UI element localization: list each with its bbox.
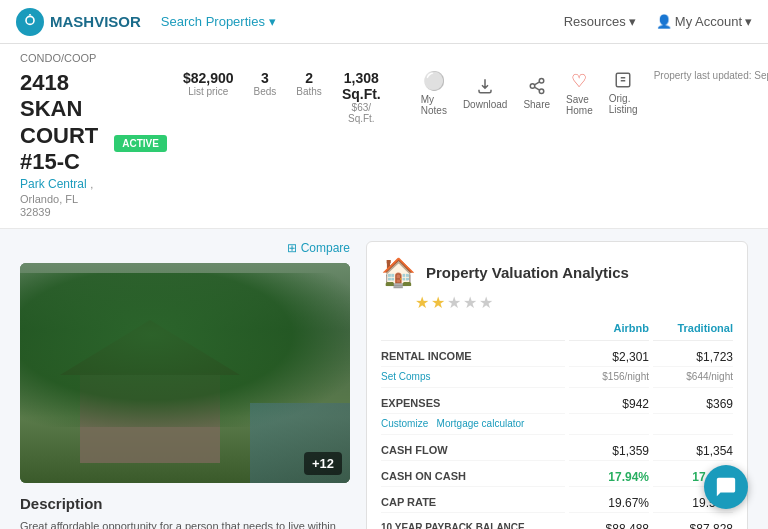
baths-stat: 2 Baths (296, 70, 322, 97)
cashflow-airbnb: $1,359 (569, 439, 649, 461)
rental-income-airbnb: $2,301 (569, 345, 649, 367)
baths-label: Baths (296, 86, 322, 97)
resources-menu[interactable]: Resources ▾ (564, 14, 636, 29)
download-icon (476, 77, 494, 97)
property-stars: ★ ★ ★ ★ ★ (415, 293, 733, 312)
notes-label: My Notes (421, 94, 447, 116)
expenses-label: EXPENSES (381, 392, 565, 414)
main-content: ⊞ Compare +12 Description Great affordab… (0, 229, 768, 529)
svg-point-3 (530, 83, 535, 88)
search-label: Search Properties (161, 14, 265, 29)
save-label: Save Home (566, 94, 593, 116)
compare-icon: ⊞ (287, 241, 297, 255)
property-analytics-card: 🏠 Property Valuation Analytics ★ ★ ★ ★ ★… (366, 241, 748, 529)
download-action[interactable]: Download (463, 77, 507, 110)
account-person-icon: 👤 (656, 14, 672, 29)
right-column: 🏠 Property Valuation Analytics ★ ★ ★ ★ ★… (366, 241, 748, 529)
save-home-action[interactable]: ♡ Save Home (566, 70, 593, 116)
svg-point-0 (26, 16, 34, 24)
save-home-icon: ♡ (571, 70, 587, 92)
payback-traditional: $87,828 (653, 517, 733, 529)
expenses-traditional: $369 (653, 392, 733, 414)
beds-label: Beds (254, 86, 277, 97)
col-empty-header (381, 322, 565, 341)
logo[interactable]: MASHVISOR (16, 8, 141, 36)
active-status-badge: ACTIVE (114, 135, 167, 152)
cash-on-cash-airbnb: 17.94% (569, 465, 649, 487)
my-notes-action[interactable]: ⚪ My Notes (421, 70, 447, 116)
property-image[interactable]: +12 (20, 263, 350, 483)
property-updated: Property last updated: Sep 09, 2022 (654, 70, 768, 81)
payback-airbnb: $88,488 (569, 517, 649, 529)
expenses-airbnb-sub (569, 418, 649, 435)
chat-icon (715, 476, 737, 498)
expenses-sublabel[interactable]: Customize Mortgage calculator (381, 418, 565, 435)
svg-point-2 (539, 78, 544, 83)
nav-right: Resources ▾ 👤 My Account ▾ (564, 14, 752, 29)
analytics-header: 🏠 Property Valuation Analytics (381, 256, 733, 289)
rental-income-airbnb-sub: $156/night (569, 371, 649, 388)
share-label: Share (523, 99, 550, 110)
rental-income-label: RENTAL INCOME (381, 345, 565, 367)
property-title-block: 2418 SKAN COURT #15-C Park Central , Orl… (20, 70, 98, 218)
search-chevron-icon: ▾ (269, 14, 276, 29)
price-sqft-label: $63/ Sq.Ft. (342, 102, 381, 124)
beds-stat: 3 Beds (254, 70, 277, 97)
logo-text: MASHVISOR (50, 13, 141, 30)
expenses-airbnb: $942 (569, 392, 649, 414)
rental-income-traditional: $1,723 (653, 345, 733, 367)
property-type: CONDO/COOP (20, 52, 96, 64)
property-stats: $82,900 List price 3 Beds 2 Baths 1,308 … (183, 70, 381, 124)
cap-rate-label: CAP RATE (381, 491, 565, 513)
description-title: Description (20, 495, 350, 512)
cashflow-label: CASH FLOW (381, 439, 565, 461)
expenses-trad-sub (653, 418, 733, 435)
resources-label: Resources (564, 14, 626, 29)
notes-icon: ⚪ (423, 70, 445, 92)
account-chevron-icon: ▾ (745, 14, 752, 29)
property-image-inner (20, 263, 350, 483)
cashflow-traditional: $1,354 (653, 439, 733, 461)
baths-value: 2 (296, 70, 322, 86)
analytics-building-icon: 🏠 (381, 256, 416, 289)
download-label: Download (463, 99, 507, 110)
logo-icon (16, 8, 44, 36)
share-action[interactable]: Share (523, 77, 550, 110)
chat-bubble-button[interactable] (704, 465, 748, 509)
list-price-label: List price (183, 86, 234, 97)
star-2: ★ (431, 293, 445, 312)
property-address: Park Central , Orlando, FL (20, 176, 98, 206)
star-4: ★ (463, 293, 477, 312)
cap-rate-airbnb: 19.67% (569, 491, 649, 513)
star-1: ★ (415, 293, 429, 312)
compare-row: ⊞ Compare (20, 241, 350, 255)
orig-listing-label: Orig. Listing (609, 93, 638, 115)
property-address-link[interactable]: Park Central (20, 177, 87, 191)
sqft-value: 1,308 Sq.Ft. (342, 70, 381, 102)
col-airbnb-header: Airbnb (569, 322, 649, 341)
analytics-table: Airbnb Traditional RENTAL INCOME $2,301 … (381, 322, 733, 529)
svg-line-5 (534, 87, 539, 90)
sqft-stat: 1,308 Sq.Ft. $63/ Sq.Ft. (342, 70, 381, 124)
compare-button[interactable]: ⊞ Compare (287, 241, 350, 255)
orig-listing-action[interactable]: Orig. Listing (609, 71, 638, 115)
property-updated-block: Property last updated: Sep 09, 2022 (654, 70, 768, 81)
description-block: Description Great affordable opportunity… (20, 495, 350, 529)
share-icon (528, 77, 546, 97)
account-label: My Account (675, 14, 742, 29)
star-3: ★ (447, 293, 461, 312)
image-count-overlay[interactable]: +12 (304, 452, 342, 475)
account-menu[interactable]: 👤 My Account ▾ (656, 14, 752, 29)
list-price-value: $82,900 (183, 70, 234, 86)
list-price-stat: $82,900 List price (183, 70, 234, 97)
rental-income-trad-sub: $644/night (653, 371, 733, 388)
set-comps-link[interactable]: Set Comps (381, 371, 565, 388)
property-zip: 32839 (20, 206, 98, 218)
property-actions: ⚪ My Notes Download Share ♡ Save Home Or… (421, 70, 638, 116)
cash-on-cash-label: CASH ON CASH (381, 465, 565, 487)
analytics-title: Property Valuation Analytics (426, 264, 629, 281)
search-properties[interactable]: Search Properties ▾ (161, 14, 276, 29)
svg-line-6 (534, 81, 539, 84)
orig-listing-icon (614, 71, 632, 91)
property-header: 2418 SKAN COURT #15-C Park Central , Orl… (0, 64, 768, 229)
